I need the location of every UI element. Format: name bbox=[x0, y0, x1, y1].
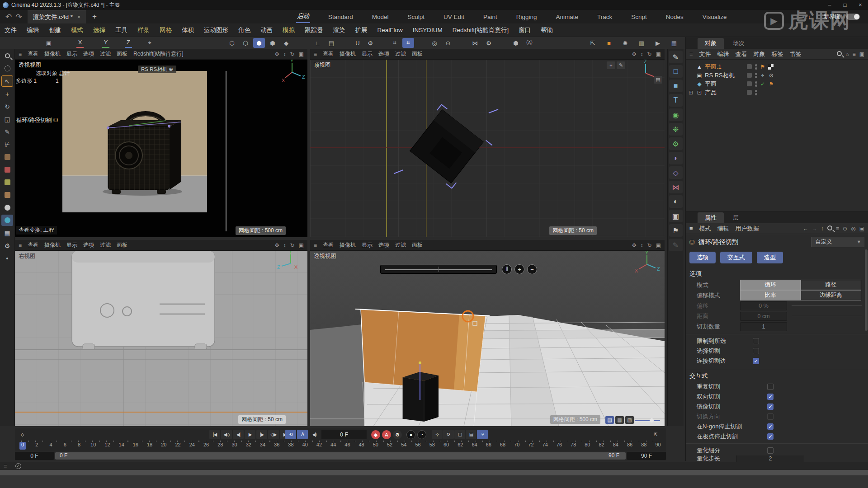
brown-box-tool-icon[interactable] bbox=[1, 189, 13, 201]
enable-axis-icon[interactable]: ∟ bbox=[312, 38, 324, 48]
render-team-icon[interactable]: ▦ bbox=[668, 38, 680, 48]
frame-tick-2[interactable]: 2 bbox=[33, 442, 40, 450]
object-name[interactable]: 平面.1 bbox=[705, 63, 745, 71]
frame-tick-6[interactable]: 6 bbox=[62, 442, 68, 450]
vp4-menu-0[interactable]: 查看 bbox=[323, 241, 334, 249]
viewport2-rotate-icon[interactable]: ↻ bbox=[647, 51, 652, 57]
viewport1-canvas[interactable]: Y X Z 透视视图 选取对象 总计 多边形 11 循环/路径切割 ⛁ RS R… bbox=[15, 60, 307, 237]
tab-attributes[interactable]: 属性 bbox=[698, 212, 724, 223]
keyframe-marker-icon[interactable]: ◇ bbox=[17, 430, 28, 439]
object-row-3[interactable]: ⊞⊡产品 bbox=[688, 88, 868, 97]
offset-edge-distance-option[interactable]: 边缘距离 bbox=[801, 290, 861, 300]
viewport3-rotate-icon[interactable]: ↻ bbox=[290, 242, 295, 249]
frame-tick-50[interactable]: 50 bbox=[373, 442, 379, 450]
am-menu-0[interactable]: 模式 bbox=[699, 225, 711, 233]
frame-tick-84[interactable]: 84 bbox=[613, 442, 619, 450]
frame-tick-62[interactable]: 62 bbox=[457, 442, 463, 450]
vp3-menu-2[interactable]: 显示 bbox=[66, 241, 77, 249]
range-end-field[interactable]: 90 F bbox=[627, 452, 666, 460]
workspace-tab-script[interactable]: Script bbox=[630, 12, 648, 22]
object-visibility-dots[interactable] bbox=[755, 81, 757, 87]
viewport-top[interactable]: ≡ 查看摄像机显示选项过滤面板 ✥ ↕ ↻ ▣ bbox=[310, 49, 665, 237]
workspace-tab-model[interactable]: Model bbox=[371, 12, 390, 22]
object-visibility-dots[interactable] bbox=[755, 73, 757, 78]
menu-item-4[interactable]: 选择 bbox=[93, 26, 105, 34]
om-menu-5[interactable]: 书签 bbox=[790, 50, 802, 58]
object-row-1[interactable]: ▣RS RS相机⌖⊘ bbox=[688, 71, 868, 80]
object-name[interactable]: RS RS相机 bbox=[705, 71, 745, 80]
frame-tick-54[interactable]: 54 bbox=[401, 442, 407, 450]
om-menu-4[interactable]: 标签 bbox=[772, 50, 783, 58]
forbid-tag-icon[interactable]: ⊘ bbox=[768, 72, 774, 79]
viewport4-menu-icon[interactable]: ≡ bbox=[314, 242, 317, 249]
vp1-menu-1[interactable]: 摄像机 bbox=[44, 50, 61, 58]
red-material-tool-icon[interactable] bbox=[1, 164, 13, 175]
checkbox[interactable]: ✓ bbox=[767, 423, 774, 430]
loopcut-remove-button[interactable]: − bbox=[527, 264, 537, 274]
vp2-menu-0[interactable]: 查看 bbox=[323, 50, 334, 58]
vp1-menu-4[interactable]: 过滤 bbox=[100, 50, 111, 58]
frame-tick-78[interactable]: 78 bbox=[570, 442, 576, 450]
om-menu-1[interactable]: 编辑 bbox=[717, 50, 729, 58]
viewport1-maximize-icon[interactable]: ▣ bbox=[299, 51, 304, 57]
am-lock-icon[interactable]: ⊙ bbox=[843, 225, 847, 232]
cut-count-field[interactable]: 1 bbox=[740, 322, 787, 331]
workspace-tab-uv-edit[interactable]: UV Edit bbox=[443, 12, 465, 22]
record-rotation-toggle[interactable]: ⟳ bbox=[443, 430, 454, 439]
vp2-menu-1[interactable]: 摄像机 bbox=[340, 50, 356, 58]
frame-tick-74[interactable]: 74 bbox=[542, 442, 548, 450]
viewport-right[interactable]: ≡ 查看摄像机显示选项过滤面板 ✥ ↕ ↻ ▣ bbox=[15, 240, 307, 426]
am-up-icon[interactable]: ↑ bbox=[821, 225, 824, 232]
frame-tick-8[interactable]: 8 bbox=[76, 442, 82, 450]
viewport-h-divider[interactable] bbox=[15, 237, 665, 240]
viewport2-zoom-icon[interactable]: ↕ bbox=[641, 51, 643, 57]
viewport4-pan-icon[interactable]: ✥ bbox=[632, 242, 637, 249]
viewport1-menu-icon[interactable]: ≡ bbox=[19, 51, 22, 57]
mode-toggle[interactable]: 循环 路径 bbox=[740, 280, 861, 290]
quantize-step-field[interactable]: 2 bbox=[736, 455, 804, 462]
render-picture-viewer-icon[interactable]: ▶ bbox=[652, 38, 664, 48]
menu-item-20[interactable]: 帮助 bbox=[541, 26, 553, 34]
modeling-settings-icon[interactable]: ⚙ bbox=[483, 38, 495, 48]
menu-item-17[interactable]: INSYDIUM bbox=[413, 27, 443, 33]
workspace-tab-启动[interactable]: 启动 bbox=[296, 10, 310, 23]
record-selected-button[interactable]: ◔ bbox=[417, 430, 426, 439]
record-position-toggle[interactable]: ⊹ bbox=[432, 430, 443, 439]
lod-slider[interactable] bbox=[635, 420, 660, 421]
object-expander[interactable]: ⊞ bbox=[688, 89, 694, 96]
record-scale-toggle[interactable]: ▢ bbox=[454, 430, 465, 439]
add-view-button[interactable]: + bbox=[607, 61, 615, 69]
stamp-tool-icon[interactable] bbox=[1, 151, 13, 163]
am-menu-2[interactable]: 用户数据 bbox=[736, 225, 759, 233]
minimize-button[interactable]: – bbox=[822, 0, 837, 10]
vp1-menu-2[interactable]: 显示 bbox=[66, 50, 77, 58]
frame-tick-18[interactable]: 18 bbox=[146, 442, 153, 450]
viewport-layout-icon[interactable]: ⇱ bbox=[587, 38, 599, 48]
quantize-checkbox[interactable] bbox=[767, 447, 774, 454]
frame-tick-88[interactable]: 88 bbox=[641, 442, 647, 450]
dot-tool-icon[interactable]: • bbox=[1, 253, 13, 264]
frame-tick-82[interactable]: 82 bbox=[599, 442, 605, 450]
gear-ring-icon[interactable]: ⊙ bbox=[442, 38, 454, 48]
am-search-icon[interactable] bbox=[827, 225, 832, 230]
object-name[interactable]: 平面 bbox=[705, 80, 745, 88]
menu-item-18[interactable]: Redshift[站酷肖意行] bbox=[453, 26, 509, 34]
menu-item-2[interactable]: 创建 bbox=[49, 26, 61, 34]
workspace-tab-standard[interactable]: Standard bbox=[327, 12, 354, 22]
vp3-menu-3[interactable]: 选项 bbox=[83, 241, 94, 249]
vp3-menu-5[interactable]: 面板 bbox=[117, 241, 127, 249]
move-tool-icon[interactable]: + bbox=[1, 88, 13, 99]
vp1-menu-3[interactable]: 选项 bbox=[83, 50, 94, 58]
frame-tick-22[interactable]: 22 bbox=[175, 442, 181, 450]
vp2-menu-3[interactable]: 选项 bbox=[378, 50, 389, 58]
keying-settings-button[interactable]: ⚙ bbox=[393, 430, 402, 439]
record-objects-button[interactable]: ● bbox=[406, 430, 415, 439]
vp2-menu-2[interactable]: 显示 bbox=[362, 50, 373, 58]
object-visibility-dots[interactable] bbox=[755, 90, 757, 95]
camera-tag[interactable]: RS RS相机 ⊕ bbox=[138, 66, 176, 73]
workspace-tab-nodes[interactable]: Nodes bbox=[665, 12, 684, 22]
viewport3-maximize-icon[interactable]: ▣ bbox=[299, 242, 304, 249]
frame-tick-20[interactable]: 20 bbox=[160, 442, 167, 450]
am-target-icon[interactable]: ◎ bbox=[851, 225, 855, 232]
frame-tick-38[interactable]: 38 bbox=[288, 442, 294, 450]
